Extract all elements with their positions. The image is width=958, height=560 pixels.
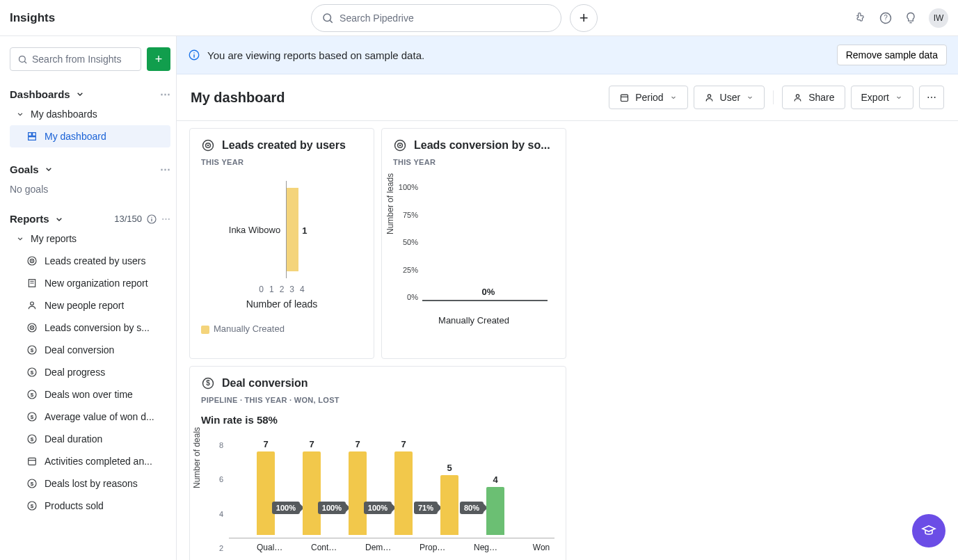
dashboards-label: Dashboards	[10, 88, 70, 100]
new-report-button[interactable]: +	[147, 47, 170, 71]
dollar-icon	[201, 376, 215, 390]
chart-xticks: 01234	[201, 285, 362, 294]
report-icon	[26, 389, 38, 400]
report-icon	[26, 433, 38, 445]
sidebar-item-report[interactable]: Leads created by users	[10, 250, 170, 272]
chart-bar	[287, 188, 298, 271]
chevron-down-icon	[43, 163, 54, 175]
dashboards-section[interactable]: Dashboards ⋯	[10, 85, 170, 103]
card-leads-conversion[interactable]: Leads conversion by so... THIS YEAR Numb…	[381, 128, 566, 359]
sidebar-item-label: Activities completed an...	[45, 456, 152, 467]
tips-icon[interactable]	[904, 11, 918, 25]
goals-section[interactable]: Goals ⋯	[10, 160, 170, 178]
insights-search-placeholder: Search from Insights	[32, 54, 121, 65]
sidebar-item-label: Leads conversion by s...	[45, 322, 150, 333]
global-search-placeholder: Search Pipedrive	[340, 13, 414, 24]
sidebar-item-report[interactable]: Deals won over time	[10, 383, 170, 406]
chart-yticks: 100%75%50%25%0%	[394, 183, 418, 301]
chart-bar: 4	[486, 487, 504, 535]
info-icon	[188, 49, 200, 61]
win-rate-text: Win rate is 58%	[201, 414, 554, 426]
calendar-icon	[619, 93, 630, 103]
chart-bar: 7100%	[257, 451, 275, 535]
sidebar-item-report[interactable]: New organization report	[10, 272, 170, 294]
report-icon	[26, 255, 38, 266]
remove-sample-data-button[interactable]: Remove sample data	[837, 45, 947, 65]
sidebar-item-label: Leads created by users	[45, 255, 146, 266]
global-search[interactable]: Search Pipedrive	[311, 4, 561, 32]
sidebar-item-report[interactable]: Deal conversion	[10, 339, 170, 361]
more-button[interactable]: ⋯	[919, 86, 944, 109]
my-reports-group[interactable]: My reports	[10, 227, 170, 250]
my-dashboards-group[interactable]: My dashboards	[10, 103, 170, 125]
card-meta: THIS YEAR	[201, 158, 362, 166]
app-title: Insights	[10, 11, 55, 25]
chart-category: Inka Wibowo	[229, 225, 280, 235]
sidebar-item-my-dashboard[interactable]: My dashboard	[10, 125, 170, 147]
target-icon	[393, 138, 407, 152]
chart-ylabel: Number of deals	[192, 426, 202, 488]
chart-xlabel: Number of leads	[201, 298, 362, 310]
card-meta: PIPELINE · THIS YEAR · WON, LOST	[201, 396, 554, 404]
sidebar-item-report[interactable]: Leads conversion by s...	[10, 317, 170, 339]
share-icon	[792, 93, 803, 103]
export-button[interactable]: Export	[851, 86, 913, 109]
chart-bar: 7100%	[349, 451, 367, 535]
report-icon	[26, 367, 38, 378]
sidebar-item-report[interactable]: Average value of won d...	[10, 406, 170, 428]
my-dashboards-label: My dashboards	[31, 109, 97, 120]
no-goals-text: No goals	[10, 178, 170, 200]
sidebar-item-label: Deal conversion	[45, 344, 114, 355]
reports-section[interactable]: Reports 13/150 ⋯	[10, 210, 170, 227]
card-title: Deal conversion	[222, 377, 308, 390]
sidebar-item-report[interactable]: Deals lost by reasons	[10, 472, 170, 495]
sidebar-item-report[interactable]: Activities completed an...	[10, 450, 170, 472]
person-icon	[704, 93, 714, 103]
dashboards-menu-icon[interactable]: ⋯	[160, 88, 170, 100]
sidebar-item-label: Average value of won d...	[45, 411, 154, 422]
chevron-down-icon	[15, 109, 25, 119]
sidebar-item-label: Deals lost by reasons	[45, 478, 138, 489]
card-leads-users[interactable]: Leads created by users THIS YEAR Inka Wi…	[189, 128, 374, 359]
share-button[interactable]: Share	[782, 86, 845, 109]
reports-menu-icon[interactable]: ⋯	[161, 214, 170, 224]
sample-data-banner: You are viewing reports based on sample …	[177, 36, 958, 74]
report-icon	[26, 322, 38, 333]
report-icon	[26, 456, 38, 467]
chevron-down-icon	[15, 234, 25, 243]
sidebar-item-report[interactable]: Deal duration	[10, 428, 170, 450]
card-title: Leads created by users	[222, 139, 346, 152]
info-icon[interactable]	[146, 214, 157, 225]
report-icon	[26, 500, 38, 511]
academy-icon	[920, 522, 937, 539]
report-icon	[26, 300, 38, 311]
insights-search[interactable]: Search from Insights	[10, 47, 141, 71]
my-reports-label: My reports	[31, 233, 77, 244]
sidebar-item-label: Products sold	[45, 500, 104, 511]
user-avatar[interactable]: IW	[929, 8, 948, 28]
card-meta: THIS YEAR	[393, 158, 554, 166]
sidebar-item-report[interactable]: Deal progress	[10, 361, 170, 383]
search-icon	[321, 12, 334, 24]
integrations-icon[interactable]	[854, 11, 868, 25]
chart-bar: 580%	[440, 475, 458, 535]
sidebar-item-label: New organization report	[45, 278, 148, 289]
sidebar-item-report[interactable]: New people report	[10, 294, 170, 317]
goals-menu-icon[interactable]: ⋯	[160, 163, 170, 175]
period-button[interactable]: Period	[609, 86, 687, 109]
chart-legend: Manually Created	[201, 323, 362, 334]
dashboard-title: My dashboard	[191, 90, 285, 106]
help-icon[interactable]	[879, 11, 893, 25]
card-title: Leads conversion by so...	[414, 139, 550, 152]
card-deal-conversion[interactable]: Deal conversion PIPELINE · THIS YEAR · W…	[189, 366, 566, 560]
chart-bar: 771%	[394, 451, 413, 535]
reports-label: Reports	[10, 213, 49, 225]
sidebar-item-label: New people report	[45, 300, 124, 311]
sidebar-item-report[interactable]: Products sold	[10, 495, 170, 517]
banner-text: You are viewing reports based on sample …	[207, 49, 424, 61]
user-button[interactable]: User	[694, 86, 765, 109]
sidebar-item-label: Deal duration	[45, 433, 102, 445]
search-icon	[17, 54, 28, 65]
academy-button[interactable]	[912, 514, 945, 547]
add-button[interactable]: +	[570, 4, 598, 32]
